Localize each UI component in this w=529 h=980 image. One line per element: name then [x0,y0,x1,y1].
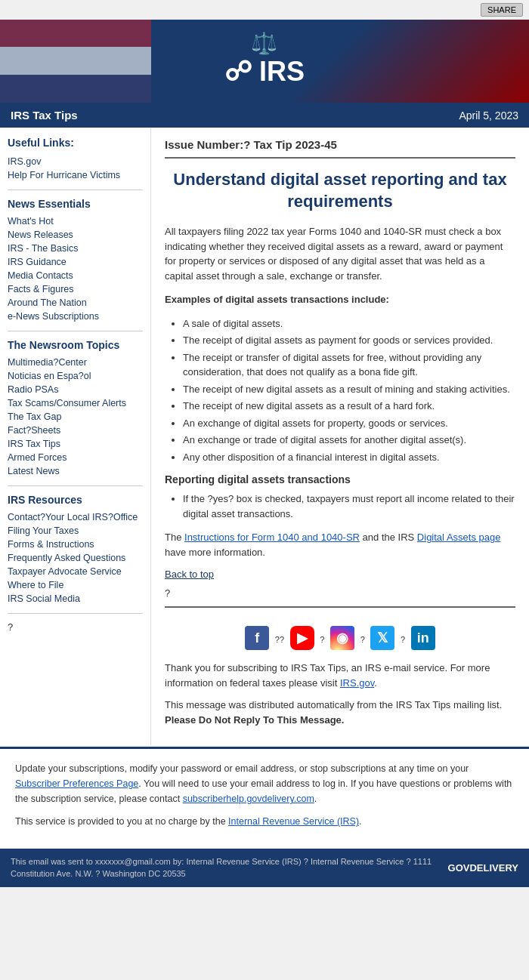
sidebar-item-social-media[interactable]: IRS Social Media [8,592,143,606]
fb-qmark: ?? [275,635,284,644]
irs-link[interactable]: Internal Revenue Service (IRS) [228,816,359,827]
sidebar-item-irs-tax-tips[interactable]: IRS Tax Tips [8,437,143,451]
sidebar: Useful Links: IRS.gov Help For Hurricane… [0,128,151,745]
digital-assets-link[interactable]: Digital Assets page [417,532,501,543]
content-qmark: ? [165,587,515,599]
intro-text: All taxpayers filing 2022 tax year Forms… [165,224,515,283]
sidebar-item-forms-instructions[interactable]: Forms & Instructions [8,538,143,551]
govdelivery-logo: GOVDELIVERY [448,862,518,874]
issue-number: Issue Number:? Tax Tip 2023-45 [165,138,515,151]
social-icons-bar: f ?? ▶ ? ◉ ? 𝕏 ? in [165,615,515,661]
sidebar-item-noticias[interactable]: Noticias en Espa?ol [8,369,143,383]
share-bar: SHARE [0,0,529,20]
do-not-reply-text: Please Do Not Reply To This Message. [165,714,344,726]
sidebar-item-taxpayer-advocate[interactable]: Taxpayer Advocate Service [8,565,143,578]
sidebar-item-e-news[interactable]: e-News Subscriptions [8,310,143,323]
sidebar-item-where-to-file[interactable]: Where to File [8,578,143,592]
sidebar-item-faq[interactable]: Frequently Asked Questions [8,551,143,565]
main-heading: Understand digital asset reporting and t… [165,169,515,212]
sidebar-item-contact-irs[interactable]: Contact?Your Local IRS?Office [8,510,143,524]
more-info: The Instructions for Form 1040 and 1040-… [165,530,515,559]
very-bottom-footer: This email was sent to xxxxxxx@gmail.com… [0,849,529,887]
subscriber-preferences-link[interactable]: Subscriber Preferences Page [15,778,138,789]
sidebar-item-filing-taxes[interactable]: Filing Your Taxes [8,524,143,538]
useful-links-title: Useful Links: [8,137,143,149]
auto-message-text: This message was distributed automatical… [165,698,515,727]
header: ⚖️ ☍ IRS [0,20,529,103]
irs-resources-title: IRS Resources [8,494,143,506]
facebook-icon[interactable]: f [245,626,269,650]
sidebar-item-irs-basics[interactable]: IRS - The Basics [8,242,143,255]
sidebar-item-radio-psas[interactable]: Radio PSAs [8,383,143,396]
newsroom-title: The Newsroom Topics [8,339,143,351]
list-item: The receipt of new digital assets as a r… [183,382,515,397]
share-button[interactable]: SHARE [481,3,523,17]
youtube-icon[interactable]: ▶ [290,626,314,650]
content-footer-divider [165,606,515,608]
footer-legal-text: This email was sent to xxxxxxx@gmail.com… [11,856,448,880]
twitter-icon[interactable]: 𝕏 [370,626,394,650]
instagram-icon[interactable]: ◉ [330,626,354,650]
list-item: If the ?yes? box is checked, taxpayers m… [183,492,515,521]
linkedin-icon[interactable]: in [411,626,435,650]
sidebar-qmark: ? [8,621,143,633]
eagle-icon: ⚖️ [224,31,305,56]
list-item: An exchange or trade of digital assets f… [183,433,515,448]
page-title: IRS Tax Tips [11,109,78,122]
examples-title: Examples of digital assets transactions … [165,292,515,307]
examples-list: A sale of digital assets. The receipt of… [183,316,515,465]
sidebar-item-tax-gap[interactable]: The Tax Gap [8,410,143,424]
sidebar-item-armed-forces[interactable]: Armed Forces [8,451,143,464]
service-provided-text: This service is provided to you at no ch… [15,814,514,829]
reporting-title: Reporting digital assets transactions [165,473,515,485]
sidebar-item-hurricane[interactable]: Help For Hurricane Victims [8,168,143,182]
tw-sep: ? [401,635,405,644]
list-item: Any other disposition of a financial int… [183,450,515,465]
sidebar-item-irs-guidance[interactable]: IRS Guidance [8,255,143,269]
sidebar-item-whats-hot[interactable]: What's Hot [8,214,143,228]
ig-sep: ? [360,635,365,644]
list-item: A sale of digital assets. [183,316,515,331]
sidebar-item-around-nation[interactable]: Around The Nation [8,296,143,310]
news-essentials-title: News Essentials [8,198,143,210]
main-layout: Useful Links: IRS.gov Help For Hurricane… [0,128,529,745]
update-subscriptions-text: Update your subscriptions, modify your p… [15,761,514,806]
sidebar-item-facts-figures[interactable]: Facts & Figures [8,282,143,296]
content-divider [165,157,515,159]
sidebar-item-multimedia[interactable]: Multimedia?Center [8,356,143,369]
form-1040-instructions-link[interactable]: Instructions for Form 1040 and 1040-SR [184,532,360,543]
list-item: The receipt of digital assets as payment… [183,333,515,348]
sidebar-item-irs-gov[interactable]: IRS.gov [8,155,143,168]
list-item: The receipt or transfer of digital asset… [183,350,515,380]
main-content: Issue Number:? Tax Tip 2023-45 Understan… [151,128,529,745]
irs-gov-link[interactable]: IRS.gov [340,677,374,689]
irs-logo: ⚖️ ☍ IRS [224,31,305,88]
list-item: The receipt of new digital assets as a r… [183,399,515,414]
sidebar-item-fact-sheets[interactable]: Fact?Sheets [8,424,143,437]
back-to-top-link[interactable]: Back to top [165,569,515,580]
sidebar-item-latest-news[interactable]: Latest News [8,464,143,478]
page-date: April 5, 2023 [459,109,518,122]
subscriberhelp-link[interactable]: subscriberhelp.govdelivery.com [183,794,314,804]
sidebar-item-news-releases[interactable]: News Releases [8,228,143,242]
bottom-section: Update your subscriptions, modify your p… [0,747,529,849]
flag-decoration [0,20,151,103]
irs-logo-text: ☍ IRS [224,56,305,88]
title-bar: IRS Tax Tips April 5, 2023 [0,103,529,128]
list-item: An exchange of digital assets for proper… [183,416,515,431]
reporting-list: If the ?yes? box is checked, taxpayers m… [183,492,515,521]
thank-you-text: Thank you for subscribing to IRS Tax Tip… [165,661,515,690]
yt-sep: ? [320,635,324,644]
sidebar-item-tax-scams[interactable]: Tax Scams/Consumer Alerts [8,396,143,410]
sidebar-item-media-contacts[interactable]: Media Contacts [8,269,143,282]
